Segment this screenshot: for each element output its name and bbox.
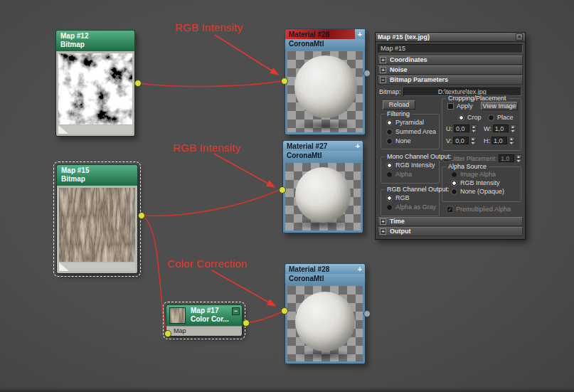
v-label: V: — [446, 137, 452, 144]
node-map17-header[interactable]: Map #17 Color Cor... − — [166, 304, 243, 326]
material28-top-input-socket[interactable] — [281, 78, 288, 85]
checkbox-icon[interactable] — [447, 103, 454, 110]
none-filter-radio[interactable]: None — [386, 137, 411, 144]
spin-down-icon[interactable] — [470, 141, 477, 144]
wire-map17-to-material28-bottom[interactable] — [246, 312, 282, 323]
wire-map12-to-material28-top[interactable] — [138, 81, 282, 87]
map-input-slot[interactable]: Map — [166, 326, 243, 337]
alpha-as-gray-radio[interactable]: Alpha as Gray — [386, 203, 436, 211]
node-map17[interactable]: Map #17 Color Cor... − Map — [166, 304, 243, 337]
material-preview-frame — [285, 284, 366, 364]
spin-up-icon[interactable] — [510, 125, 516, 128]
radio-icon[interactable] — [451, 189, 457, 195]
node-map12-header[interactable]: Map #12 Bitmap — [55, 30, 135, 51]
rollout-noise[interactable]: + Noise — [378, 65, 523, 75]
expand-button[interactable]: + — [355, 29, 365, 39]
map17-output-socket[interactable] — [243, 319, 250, 327]
v-value[interactable]: 0,0 — [453, 137, 469, 144]
place-radio[interactable]: Place — [488, 114, 514, 121]
checkbox-icon[interactable] — [447, 206, 453, 213]
panel-titlebar[interactable]: Map #15 (tex.jpg) × — [376, 33, 525, 42]
radio-icon[interactable] — [386, 138, 393, 144]
alpha-rgb-intensity-radio[interactable]: RGB Intensity — [451, 179, 500, 186]
rollout-output[interactable]: + Output — [378, 227, 523, 236]
spin-up-icon[interactable] — [471, 125, 477, 128]
spin-down-icon[interactable] — [471, 129, 477, 132]
u-spinner[interactable]: U: 0,0 — [446, 125, 477, 132]
node-map15[interactable]: Map #15 Bitmap — [56, 164, 138, 274]
material28-top-output-socket[interactable] — [363, 70, 371, 77]
radio-icon[interactable] — [386, 120, 393, 126]
none-opaque-radio[interactable]: None (Opaque) — [451, 188, 504, 195]
map12-output-socket[interactable] — [134, 80, 142, 87]
node-material27-header[interactable]: Material #27 + — [282, 140, 363, 151]
radio-icon[interactable] — [386, 162, 393, 169]
crop-radio[interactable]: Crop — [458, 114, 482, 121]
reload-button[interactable]: Reload — [383, 100, 415, 110]
radio-icon[interactable] — [451, 180, 457, 186]
expand-icon[interactable]: + — [380, 67, 386, 73]
expand-button[interactable]: + — [353, 141, 363, 151]
w-spinner[interactable]: W: 1,0 — [484, 125, 516, 132]
mono-rgb-intensity-radio[interactable]: RGB Intensity — [386, 161, 435, 169]
node-material28-top-header[interactable]: Material #28 + — [285, 28, 366, 39]
summed-area-radio[interactable]: Summed Area — [386, 128, 436, 135]
jitter-spinner[interactable]: 1,0 — [499, 154, 522, 162]
material27-input-socket[interactable] — [279, 186, 286, 194]
map15-output-socket[interactable] — [138, 212, 145, 219]
spin-up-icon[interactable] — [516, 154, 522, 158]
rollout-bitmap-parameters[interactable]: − Bitmap Parameters — [378, 75, 523, 85]
spin-down-icon[interactable] — [510, 129, 516, 132]
mono-alpha-label: Alpha — [395, 171, 412, 178]
expand-button[interactable]: + — [355, 264, 365, 274]
node-map12[interactable]: Map #12 Bitmap — [55, 30, 135, 137]
spin-down-icon[interactable] — [509, 141, 515, 144]
node-material28-top[interactable]: Material #28 + CoronaMtl — [285, 28, 366, 135]
wire-map15-to-map17[interactable] — [143, 216, 166, 332]
collapse-icon[interactable]: − — [380, 77, 386, 83]
node-material27[interactable]: Material #27 + CoronaMtl — [282, 140, 363, 233]
radio-icon[interactable] — [458, 115, 464, 121]
h-spinner[interactable]: H: 1,0 — [484, 137, 515, 144]
radio-icon[interactable] — [488, 115, 494, 121]
w-value[interactable]: 1,0 — [493, 125, 509, 132]
radio-icon[interactable] — [386, 204, 393, 211]
h-value[interactable]: 1,0 — [491, 137, 507, 144]
close-icon[interactable]: × — [516, 33, 523, 41]
spin-up-icon[interactable] — [470, 137, 477, 140]
radio-icon[interactable] — [386, 129, 393, 135]
u-value[interactable]: 0,0 — [454, 125, 469, 132]
v-spinner[interactable]: V: 0,0 — [446, 137, 477, 144]
wire-map15-to-material27[interactable] — [143, 190, 280, 216]
node-title: Material #27 — [287, 142, 327, 150]
collapse-button[interactable]: − — [232, 307, 240, 315]
node-material28-bottom[interactable]: Material #28 + CoronaMtl — [285, 263, 366, 364]
node-map15-header[interactable]: Map #15 Bitmap — [56, 164, 138, 186]
expand-icon[interactable]: + — [380, 218, 386, 225]
material-sphere — [295, 292, 355, 351]
pyramidal-radio[interactable]: Pyramidal — [386, 119, 424, 126]
spin-up-icon[interactable] — [509, 137, 515, 140]
map17-map-input-socket[interactable] — [164, 330, 171, 337]
radio-icon[interactable] — [386, 195, 393, 201]
mono-alpha-radio[interactable]: Alpha — [386, 171, 412, 178]
rollout-time[interactable]: + Time — [378, 217, 523, 226]
material28-bottom-output-socket[interactable] — [363, 310, 371, 317]
material-preview — [287, 51, 363, 132]
radio-icon[interactable] — [451, 171, 457, 178]
rollout-coordinates[interactable]: + Coordinates — [378, 55, 523, 65]
image-alpha-radio[interactable]: Image Alpha — [451, 171, 496, 178]
slate-material-editor-canvas[interactable]: Map #12 Bitmap Map #15 Bitmap — [0, 0, 574, 392]
map-name-field[interactable]: Map #15 — [378, 44, 523, 53]
material28-bottom-input-socket[interactable] — [281, 307, 288, 314]
expand-icon[interactable]: + — [380, 228, 386, 235]
spin-down-icon[interactable] — [516, 159, 522, 162]
radio-icon[interactable] — [386, 171, 393, 178]
map15-parameter-panel[interactable]: Map #15 (tex.jpg) × Map #15 + Coordinate… — [375, 32, 526, 240]
rgb-radio[interactable]: RGB — [386, 194, 410, 201]
jitter-value[interactable]: 1,0 — [499, 154, 514, 162]
node-material28-bottom-header[interactable]: Material #28 + — [285, 263, 366, 274]
apply-checkbox[interactable]: Apply — [447, 102, 473, 110]
expand-icon[interactable]: + — [380, 57, 386, 63]
view-image-button[interactable]: View Image — [481, 102, 518, 110]
